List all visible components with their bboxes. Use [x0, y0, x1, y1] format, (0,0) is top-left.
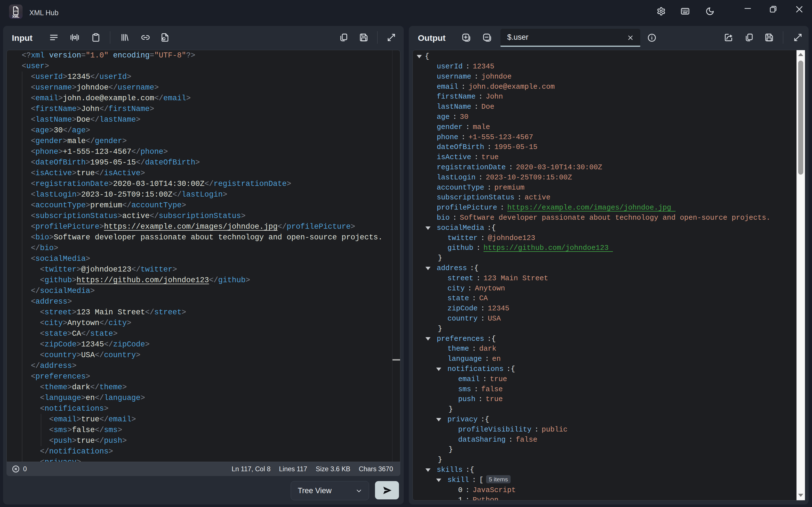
svg-text:</>: </> [14, 10, 17, 13]
svg-text:XML: XML [12, 15, 19, 18]
